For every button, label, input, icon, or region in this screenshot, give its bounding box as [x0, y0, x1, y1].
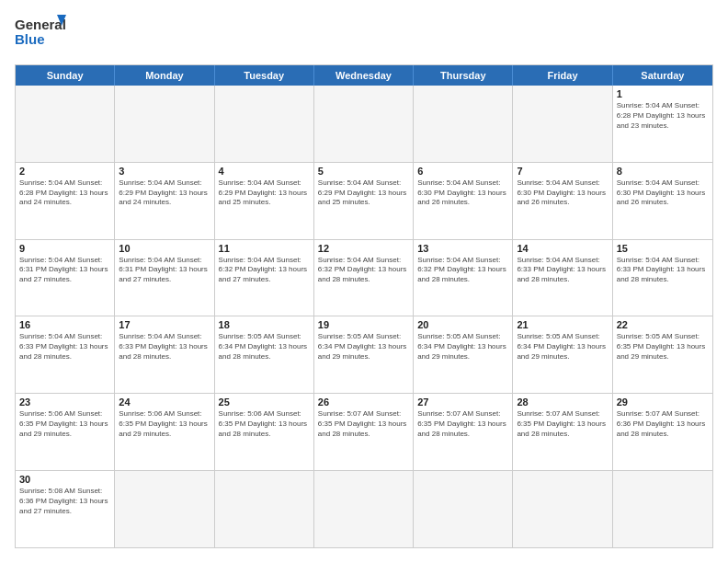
- day-info: Sunrise: 5:04 AM Sunset: 6:32 PM Dayligh…: [318, 256, 409, 285]
- generalblue-logo-icon: General Blue: [15, 15, 66, 55]
- day-info: Sunrise: 5:04 AM Sunset: 6:33 PM Dayligh…: [19, 332, 110, 362]
- day-cell-1: 1Sunrise: 5:04 AM Sunset: 6:28 PM Daylig…: [613, 86, 712, 162]
- day-cell-23: 23Sunrise: 5:06 AM Sunset: 6:35 PM Dayli…: [16, 394, 115, 470]
- calendar-week-6: 30Sunrise: 5:08 AM Sunset: 6:36 PM Dayli…: [16, 471, 712, 547]
- empty-cell: [513, 86, 612, 162]
- day-info: Sunrise: 5:04 AM Sunset: 6:33 PM Dayligh…: [517, 256, 608, 285]
- day-cell-10: 10Sunrise: 5:04 AM Sunset: 6:31 PM Dayli…: [115, 240, 214, 316]
- day-cell-24: 24Sunrise: 5:06 AM Sunset: 6:35 PM Dayli…: [115, 394, 214, 470]
- day-info: Sunrise: 5:04 AM Sunset: 6:31 PM Dayligh…: [119, 256, 210, 285]
- empty-cell: [314, 471, 414, 547]
- day-info: Sunrise: 5:05 AM Sunset: 6:35 PM Dayligh…: [617, 332, 709, 362]
- day-header-saturday: Saturday: [613, 65, 712, 86]
- svg-text:General: General: [15, 17, 66, 32]
- day-info: Sunrise: 5:05 AM Sunset: 6:34 PM Dayligh…: [318, 332, 409, 362]
- day-cell-14: 14Sunrise: 5:04 AM Sunset: 6:33 PM Dayli…: [513, 240, 612, 316]
- day-cell-11: 11Sunrise: 5:04 AM Sunset: 6:32 PM Dayli…: [215, 240, 314, 316]
- day-info: Sunrise: 5:07 AM Sunset: 6:35 PM Dayligh…: [417, 409, 508, 439]
- day-number: 17: [119, 319, 210, 330]
- day-info: Sunrise: 5:04 AM Sunset: 6:30 PM Dayligh…: [417, 178, 508, 208]
- day-number: 8: [617, 166, 709, 177]
- day-info: Sunrise: 5:04 AM Sunset: 6:29 PM Dayligh…: [219, 178, 310, 208]
- day-header-tuesday: Tuesday: [215, 65, 314, 86]
- day-info: Sunrise: 5:05 AM Sunset: 6:34 PM Dayligh…: [417, 332, 508, 362]
- day-number: 10: [119, 243, 210, 254]
- calendar-week-4: 16Sunrise: 5:04 AM Sunset: 6:33 PM Dayli…: [16, 316, 712, 394]
- day-info: Sunrise: 5:04 AM Sunset: 6:30 PM Dayligh…: [617, 178, 709, 208]
- day-cell-13: 13Sunrise: 5:04 AM Sunset: 6:32 PM Dayli…: [414, 240, 513, 316]
- day-number: 7: [517, 166, 608, 177]
- day-number: 29: [617, 396, 709, 408]
- day-info: Sunrise: 5:07 AM Sunset: 6:35 PM Dayligh…: [318, 409, 409, 439]
- day-cell-2: 2Sunrise: 5:04 AM Sunset: 6:28 PM Daylig…: [16, 163, 115, 239]
- day-cell-4: 4Sunrise: 5:04 AM Sunset: 6:29 PM Daylig…: [215, 163, 314, 239]
- day-number: 6: [417, 166, 508, 177]
- day-number: 30: [19, 474, 110, 485]
- day-number: 21: [517, 319, 608, 330]
- day-cell-21: 21Sunrise: 5:05 AM Sunset: 6:34 PM Dayli…: [513, 316, 612, 393]
- day-cell-26: 26Sunrise: 5:07 AM Sunset: 6:35 PM Dayli…: [314, 394, 414, 470]
- day-info: Sunrise: 5:07 AM Sunset: 6:36 PM Dayligh…: [617, 409, 709, 439]
- calendar-week-3: 9Sunrise: 5:04 AM Sunset: 6:31 PM Daylig…: [16, 240, 712, 317]
- day-cell-5: 5Sunrise: 5:04 AM Sunset: 6:29 PM Daylig…: [314, 163, 414, 239]
- day-cell-28: 28Sunrise: 5:07 AM Sunset: 6:35 PM Dayli…: [513, 394, 612, 470]
- day-number: 13: [417, 243, 508, 254]
- calendar-week-2: 2Sunrise: 5:04 AM Sunset: 6:28 PM Daylig…: [16, 163, 712, 240]
- day-info: Sunrise: 5:08 AM Sunset: 6:36 PM Dayligh…: [19, 487, 110, 516]
- day-info: Sunrise: 5:07 AM Sunset: 6:35 PM Dayligh…: [517, 409, 608, 439]
- day-number: 15: [617, 243, 709, 254]
- day-info: Sunrise: 5:06 AM Sunset: 6:35 PM Dayligh…: [119, 409, 210, 439]
- day-cell-29: 29Sunrise: 5:07 AM Sunset: 6:36 PM Dayli…: [613, 394, 712, 470]
- calendar-week-1: 1Sunrise: 5:04 AM Sunset: 6:28 PM Daylig…: [16, 86, 712, 163]
- day-cell-6: 6Sunrise: 5:04 AM Sunset: 6:30 PM Daylig…: [414, 163, 513, 239]
- day-info: Sunrise: 5:04 AM Sunset: 6:31 PM Dayligh…: [19, 256, 110, 285]
- day-info: Sunrise: 5:04 AM Sunset: 6:32 PM Dayligh…: [417, 256, 508, 285]
- day-header-wednesday: Wednesday: [314, 65, 414, 86]
- day-cell-15: 15Sunrise: 5:04 AM Sunset: 6:33 PM Dayli…: [613, 240, 712, 316]
- day-cell-27: 27Sunrise: 5:07 AM Sunset: 6:35 PM Dayli…: [414, 394, 513, 470]
- empty-cell: [115, 471, 214, 547]
- day-cell-9: 9Sunrise: 5:04 AM Sunset: 6:31 PM Daylig…: [16, 240, 115, 316]
- day-number: 11: [219, 243, 310, 254]
- day-number: 3: [119, 166, 210, 177]
- empty-cell: [414, 471, 513, 547]
- day-cell-19: 19Sunrise: 5:05 AM Sunset: 6:34 PM Dayli…: [314, 316, 414, 393]
- empty-cell: [16, 86, 115, 162]
- day-number: 16: [19, 319, 110, 330]
- empty-cell: [513, 471, 612, 547]
- logo: General Blue: [15, 15, 66, 55]
- day-info: Sunrise: 5:04 AM Sunset: 6:29 PM Dayligh…: [318, 178, 409, 208]
- day-cell-3: 3Sunrise: 5:04 AM Sunset: 6:29 PM Daylig…: [115, 163, 214, 239]
- empty-cell: [314, 86, 414, 162]
- day-info: Sunrise: 5:04 AM Sunset: 6:33 PM Dayligh…: [617, 256, 709, 285]
- day-info: Sunrise: 5:04 AM Sunset: 6:28 PM Dayligh…: [617, 101, 709, 131]
- empty-cell: [215, 86, 314, 162]
- day-info: Sunrise: 5:06 AM Sunset: 6:35 PM Dayligh…: [19, 409, 110, 439]
- day-header-thursday: Thursday: [414, 65, 513, 86]
- day-info: Sunrise: 5:04 AM Sunset: 6:30 PM Dayligh…: [517, 178, 608, 208]
- day-cell-18: 18Sunrise: 5:05 AM Sunset: 6:34 PM Dayli…: [215, 316, 314, 393]
- day-number: 4: [219, 166, 310, 177]
- day-info: Sunrise: 5:06 AM Sunset: 6:35 PM Dayligh…: [219, 409, 310, 439]
- day-number: 14: [517, 243, 608, 254]
- calendar-header: SundayMondayTuesdayWednesdayThursdayFrid…: [16, 65, 712, 86]
- day-cell-25: 25Sunrise: 5:06 AM Sunset: 6:35 PM Dayli…: [215, 394, 314, 470]
- day-number: 19: [318, 319, 409, 330]
- day-number: 9: [19, 243, 110, 254]
- calendar-body: 1Sunrise: 5:04 AM Sunset: 6:28 PM Daylig…: [16, 86, 712, 547]
- day-cell-12: 12Sunrise: 5:04 AM Sunset: 6:32 PM Dayli…: [314, 240, 414, 316]
- day-number: 22: [617, 319, 709, 330]
- day-info: Sunrise: 5:04 AM Sunset: 6:28 PM Dayligh…: [19, 178, 110, 208]
- day-number: 1: [617, 88, 709, 99]
- day-header-monday: Monday: [115, 65, 214, 86]
- day-number: 25: [219, 396, 310, 408]
- svg-text:Blue: Blue: [15, 31, 45, 47]
- day-header-friday: Friday: [513, 65, 612, 86]
- day-cell-8: 8Sunrise: 5:04 AM Sunset: 6:30 PM Daylig…: [613, 163, 712, 239]
- day-number: 2: [19, 166, 110, 177]
- empty-cell: [414, 86, 513, 162]
- day-cell-16: 16Sunrise: 5:04 AM Sunset: 6:33 PM Dayli…: [16, 316, 115, 393]
- day-cell-20: 20Sunrise: 5:05 AM Sunset: 6:34 PM Dayli…: [414, 316, 513, 393]
- day-info: Sunrise: 5:05 AM Sunset: 6:34 PM Dayligh…: [219, 332, 310, 362]
- day-cell-30: 30Sunrise: 5:08 AM Sunset: 6:36 PM Dayli…: [16, 471, 115, 547]
